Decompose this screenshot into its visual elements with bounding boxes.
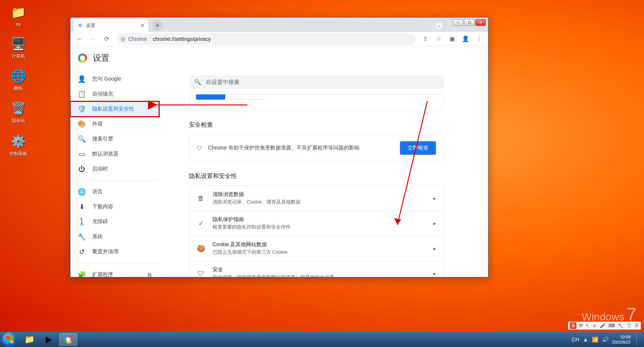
side-panel-icon[interactable]: ▣: [446, 33, 458, 45]
sidebar-item-language[interactable]: 🌐语言: [70, 184, 159, 199]
menu-icon[interactable]: ⋮: [473, 33, 485, 45]
chevron-right-icon: ▸: [433, 220, 436, 226]
row-clear-browsing-data[interactable]: 🗑清除浏览数据清除浏览记录、Cookie、缓存及其他数据▸: [189, 186, 443, 211]
start-button[interactable]: [2, 332, 17, 347]
tab-close-icon[interactable]: ✕: [140, 22, 145, 28]
tray-sound-icon[interactable]: 🔊: [602, 337, 608, 343]
desktop-icon-network[interactable]: 🌐网络: [5, 68, 31, 92]
row-cookies[interactable]: 🍪Cookie 及其他网站数据已阻止无痕模式下的第三方 Cookie▸: [189, 236, 443, 261]
settings-search-input[interactable]: 🔍 在设置中搜索: [189, 75, 444, 89]
bookmark-icon[interactable]: ☆: [433, 33, 445, 45]
privacy-card: 🗑清除浏览数据清除浏览记录、Cookie、缓存及其他数据▸ ✓隐私保护指南检查重…: [189, 185, 444, 277]
sidebar-item-you-and-google[interactable]: 👤您与 Google: [70, 72, 159, 87]
tab-title: 设置: [86, 22, 95, 29]
ime-voice-icon[interactable]: 🎤: [599, 323, 606, 328]
settings-sidebar: 👤您与 Google 📋自动填充 🛡️隐私设置和安全性 🎨外观 🔍搜索引擎 ▭默…: [70, 70, 166, 277]
sidebar-item-autofill[interactable]: 📋自动填充: [70, 87, 159, 102]
control-panel-icon: ⚙️: [10, 133, 26, 149]
power-icon: ⏻: [78, 165, 85, 173]
sidebar-item-accessibility[interactable]: 🚶无障碍: [70, 214, 159, 229]
puzzle-icon: 🧩: [78, 271, 85, 277]
desktop-icon-ns[interactable]: 📁ns: [5, 4, 31, 27]
chrome-window: ⚙ 设置 ✕ + ⌄ ─ ☐ ✕ ← → ⟳ ◎ Chrome | chrome…: [70, 17, 488, 277]
palette-icon: 🎨: [78, 120, 85, 128]
safety-check-card: 🛡 Chrome 有助于保护您免受数据泄露、不良扩展程序等问题的影响 立即检查: [189, 134, 444, 162]
sidebar-item-search-engine[interactable]: 🔍搜索引擎: [70, 132, 159, 147]
row-security[interactable]: 🛡安全安全浏览（保护您免受危险网站的侵害）和其他安全设置▸: [189, 261, 443, 277]
settings-title: 设置: [93, 52, 109, 64]
tray-network-icon[interactable]: 📶: [592, 337, 598, 343]
row-privacy-guide[interactable]: ✓隐私保护指南检查重要的隐私控制设置和安全控件▸: [189, 211, 443, 236]
system-tray: CH ▲ 📶 🔊 10:082022/9/22: [572, 333, 644, 346]
sidebar-item-extensions[interactable]: 🧩扩展程序⧉: [70, 267, 159, 277]
desktop-icon-control-panel[interactable]: ⚙️控制面板: [5, 133, 31, 157]
ime-lang[interactable]: 中: [578, 323, 584, 329]
taskbar-explorer[interactable]: 📁: [20, 333, 38, 346]
taskbar: 📁 ▶ CH ▲ 📶 🔊 10:082022/9/22: [0, 332, 644, 347]
settings-main[interactable]: 🔍 在设置中搜索 安全检查: [166, 70, 488, 277]
browser-tab[interactable]: ⚙ 设置 ✕: [73, 19, 148, 32]
sidebar-separator: [78, 180, 159, 181]
titlebar: ⚙ 设置 ✕ + ⌄ ─ ☐ ✕: [70, 18, 488, 32]
reload-button[interactable]: ⟳: [100, 33, 112, 45]
ime-keyboard-icon[interactable]: ⌨: [608, 323, 616, 328]
desktop-icon-recycle-bin[interactable]: 🗑️回收站: [5, 100, 31, 124]
ime-grip-icon[interactable]: ⠿: [634, 323, 639, 328]
sogou-icon[interactable]: S: [570, 322, 577, 329]
settings-body: 设置 👤您与 Google 📋自动填充 🛡️隐私设置和安全性 🎨外观 🔍搜索引擎…: [70, 46, 488, 277]
show-desktop-button[interactable]: [637, 333, 642, 346]
person-icon: 👤: [78, 75, 85, 83]
close-button[interactable]: ✕: [475, 19, 486, 26]
share-icon[interactable]: ⇪: [419, 33, 431, 45]
chrome-logo-icon: [78, 54, 87, 63]
maximize-button[interactable]: ☐: [464, 19, 475, 26]
forward-button[interactable]: →: [87, 33, 99, 45]
sidebar-item-system[interactable]: 🔧系统: [70, 229, 159, 244]
minimize-button[interactable]: ─: [453, 19, 463, 26]
search-placeholder: 在设置中搜索: [206, 79, 240, 86]
sidebar-item-privacy-security[interactable]: 🛡️隐私设置和安全性: [70, 102, 159, 117]
tray-lang[interactable]: CH: [572, 337, 579, 343]
ime-skin-icon[interactable]: 👕: [626, 323, 633, 328]
tray-flag-icon[interactable]: ▲: [583, 337, 588, 343]
profile-icon[interactable]: 👤: [460, 33, 472, 45]
sidebar-item-on-startup[interactable]: ⏻启动时: [70, 162, 159, 176]
open-external-icon: ⧉: [148, 272, 151, 277]
trash-icon: 🗑: [197, 194, 205, 202]
chevron-right-icon: ▸: [433, 195, 436, 201]
accessibility-icon: 🚶: [78, 218, 85, 226]
download-icon: ⬇: [78, 203, 85, 211]
back-button[interactable]: ←: [73, 33, 85, 45]
section-title-privacy: 隐私设置和安全性: [189, 172, 444, 180]
address-bar[interactable]: ◎ Chrome | chrome://settings/privacy: [116, 33, 415, 45]
sidebar-item-reset[interactable]: ↺重置并清理: [70, 244, 159, 259]
sidebar-item-appearance[interactable]: 🎨外观: [70, 117, 159, 132]
checklist-icon: ✓: [197, 219, 205, 227]
clipboard-icon: 📋: [78, 90, 85, 98]
computer-icon: 🖥️: [10, 36, 26, 52]
check-now-button[interactable]: 立即检查: [400, 141, 436, 155]
sidebar-item-downloads[interactable]: ⬇下载内容: [70, 199, 159, 214]
reset-icon: ↺: [78, 248, 85, 256]
shield-icon: 🛡️: [78, 105, 85, 113]
new-tab-button[interactable]: +: [152, 20, 163, 31]
tabs-dropdown-button[interactable]: ⌄: [435, 21, 443, 30]
browser-icon: ▭: [78, 150, 85, 158]
security-icon: 🛡: [197, 270, 205, 277]
sidebar-separator: [78, 263, 159, 263]
tray-clock[interactable]: 10:082022/9/22: [612, 334, 631, 345]
taskbar-media-player[interactable]: ▶: [40, 333, 58, 346]
ime-emoji-icon[interactable]: ☺: [592, 323, 598, 328]
desktop-icon-computer[interactable]: 🖥️计算机: [5, 36, 31, 60]
taskbar-chrome[interactable]: [59, 333, 77, 346]
safety-text: Chrome 有助于保护您免受数据泄露、不良扩展程序等问题的影响: [208, 145, 359, 151]
ime-punct[interactable]: •,: [586, 323, 590, 328]
toolbar: ← → ⟳ ◎ Chrome | chrome://settings/priva…: [70, 32, 488, 46]
chevron-right-icon: ▸: [433, 245, 436, 251]
ime-tool-icon[interactable]: 🔧: [617, 323, 624, 328]
sidebar-item-default-browser[interactable]: ▭默认浏览器: [70, 147, 159, 162]
recycle-bin-icon: 🗑️: [10, 100, 26, 116]
ime-toolbar[interactable]: S 中 •, ☺ 🎤 ⌨ 🔧 👕 ⠿: [568, 322, 641, 330]
window-controls: ─ ☐ ✕: [453, 19, 486, 26]
shield-check-icon: 🛡: [197, 145, 202, 151]
